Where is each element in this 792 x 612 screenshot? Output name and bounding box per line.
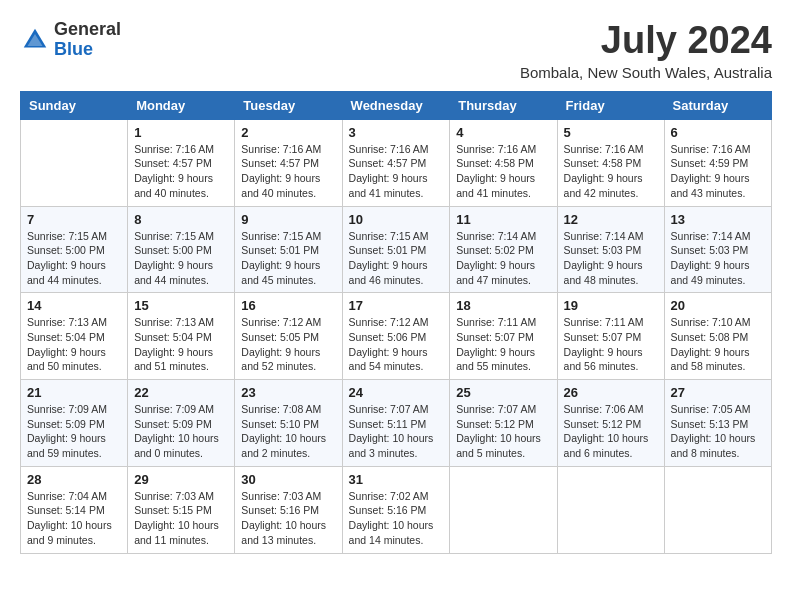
day-number: 10: [349, 212, 444, 227]
calendar-cell: 22Sunrise: 7:09 AMSunset: 5:09 PMDayligh…: [128, 380, 235, 467]
location: Bombala, New South Wales, Australia: [520, 64, 772, 81]
day-info: Sunrise: 7:15 AMSunset: 5:00 PMDaylight:…: [27, 229, 121, 288]
month-title: July 2024: [520, 20, 772, 62]
day-info: Sunrise: 7:05 AMSunset: 5:13 PMDaylight:…: [671, 402, 765, 461]
day-number: 14: [27, 298, 121, 313]
day-info: Sunrise: 7:12 AMSunset: 5:06 PMDaylight:…: [349, 315, 444, 374]
day-info: Sunrise: 7:15 AMSunset: 5:01 PMDaylight:…: [349, 229, 444, 288]
calendar-header-row: SundayMondayTuesdayWednesdayThursdayFrid…: [21, 91, 772, 119]
day-info: Sunrise: 7:07 AMSunset: 5:11 PMDaylight:…: [349, 402, 444, 461]
calendar-cell: 7Sunrise: 7:15 AMSunset: 5:00 PMDaylight…: [21, 206, 128, 293]
calendar-cell: 12Sunrise: 7:14 AMSunset: 5:03 PMDayligh…: [557, 206, 664, 293]
calendar-cell: 16Sunrise: 7:12 AMSunset: 5:05 PMDayligh…: [235, 293, 342, 380]
calendar-cell: 24Sunrise: 7:07 AMSunset: 5:11 PMDayligh…: [342, 380, 450, 467]
day-number: 11: [456, 212, 550, 227]
calendar-week-row: 1Sunrise: 7:16 AMSunset: 4:57 PMDaylight…: [21, 119, 772, 206]
calendar-cell: 8Sunrise: 7:15 AMSunset: 5:00 PMDaylight…: [128, 206, 235, 293]
day-info: Sunrise: 7:09 AMSunset: 5:09 PMDaylight:…: [134, 402, 228, 461]
day-info: Sunrise: 7:02 AMSunset: 5:16 PMDaylight:…: [349, 489, 444, 548]
day-number: 21: [27, 385, 121, 400]
day-number: 2: [241, 125, 335, 140]
day-number: 15: [134, 298, 228, 313]
day-info: Sunrise: 7:03 AMSunset: 5:15 PMDaylight:…: [134, 489, 228, 548]
day-number: 24: [349, 385, 444, 400]
day-number: 12: [564, 212, 658, 227]
calendar-week-row: 28Sunrise: 7:04 AMSunset: 5:14 PMDayligh…: [21, 466, 772, 553]
day-info: Sunrise: 7:15 AMSunset: 5:01 PMDaylight:…: [241, 229, 335, 288]
day-info: Sunrise: 7:14 AMSunset: 5:03 PMDaylight:…: [671, 229, 765, 288]
day-info: Sunrise: 7:13 AMSunset: 5:04 PMDaylight:…: [27, 315, 121, 374]
calendar-week-row: 21Sunrise: 7:09 AMSunset: 5:09 PMDayligh…: [21, 380, 772, 467]
logo-icon: [20, 25, 50, 55]
calendar-cell: 23Sunrise: 7:08 AMSunset: 5:10 PMDayligh…: [235, 380, 342, 467]
day-number: 27: [671, 385, 765, 400]
day-number: 31: [349, 472, 444, 487]
calendar-header-wednesday: Wednesday: [342, 91, 450, 119]
day-number: 6: [671, 125, 765, 140]
day-info: Sunrise: 7:11 AMSunset: 5:07 PMDaylight:…: [564, 315, 658, 374]
day-number: 19: [564, 298, 658, 313]
title-block: July 2024 Bombala, New South Wales, Aust…: [520, 20, 772, 81]
page-header: General Blue July 2024 Bombala, New Sout…: [20, 20, 772, 81]
day-number: 28: [27, 472, 121, 487]
calendar-cell: 27Sunrise: 7:05 AMSunset: 5:13 PMDayligh…: [664, 380, 771, 467]
day-number: 8: [134, 212, 228, 227]
calendar-cell: [21, 119, 128, 206]
day-info: Sunrise: 7:04 AMSunset: 5:14 PMDaylight:…: [27, 489, 121, 548]
day-number: 17: [349, 298, 444, 313]
calendar-cell: 31Sunrise: 7:02 AMSunset: 5:16 PMDayligh…: [342, 466, 450, 553]
calendar-cell: 6Sunrise: 7:16 AMSunset: 4:59 PMDaylight…: [664, 119, 771, 206]
logo: General Blue: [20, 20, 121, 60]
logo-general: General: [54, 19, 121, 39]
calendar-cell: 3Sunrise: 7:16 AMSunset: 4:57 PMDaylight…: [342, 119, 450, 206]
day-info: Sunrise: 7:16 AMSunset: 4:59 PMDaylight:…: [671, 142, 765, 201]
calendar-cell: [557, 466, 664, 553]
calendar-cell: 14Sunrise: 7:13 AMSunset: 5:04 PMDayligh…: [21, 293, 128, 380]
day-info: Sunrise: 7:09 AMSunset: 5:09 PMDaylight:…: [27, 402, 121, 461]
logo-text: General Blue: [54, 20, 121, 60]
day-info: Sunrise: 7:13 AMSunset: 5:04 PMDaylight:…: [134, 315, 228, 374]
day-info: Sunrise: 7:16 AMSunset: 4:57 PMDaylight:…: [241, 142, 335, 201]
calendar-cell: 9Sunrise: 7:15 AMSunset: 5:01 PMDaylight…: [235, 206, 342, 293]
calendar-cell: 1Sunrise: 7:16 AMSunset: 4:57 PMDaylight…: [128, 119, 235, 206]
day-info: Sunrise: 7:15 AMSunset: 5:00 PMDaylight:…: [134, 229, 228, 288]
calendar-header-monday: Monday: [128, 91, 235, 119]
calendar-cell: 2Sunrise: 7:16 AMSunset: 4:57 PMDaylight…: [235, 119, 342, 206]
day-number: 20: [671, 298, 765, 313]
calendar-header-friday: Friday: [557, 91, 664, 119]
day-info: Sunrise: 7:07 AMSunset: 5:12 PMDaylight:…: [456, 402, 550, 461]
day-info: Sunrise: 7:14 AMSunset: 5:03 PMDaylight:…: [564, 229, 658, 288]
day-number: 1: [134, 125, 228, 140]
calendar-cell: 19Sunrise: 7:11 AMSunset: 5:07 PMDayligh…: [557, 293, 664, 380]
day-info: Sunrise: 7:16 AMSunset: 4:58 PMDaylight:…: [456, 142, 550, 201]
calendar-header-saturday: Saturday: [664, 91, 771, 119]
day-number: 25: [456, 385, 550, 400]
calendar-header-sunday: Sunday: [21, 91, 128, 119]
calendar-week-row: 14Sunrise: 7:13 AMSunset: 5:04 PMDayligh…: [21, 293, 772, 380]
calendar-header-thursday: Thursday: [450, 91, 557, 119]
day-number: 26: [564, 385, 658, 400]
calendar-cell: 17Sunrise: 7:12 AMSunset: 5:06 PMDayligh…: [342, 293, 450, 380]
day-number: 5: [564, 125, 658, 140]
calendar-cell: 29Sunrise: 7:03 AMSunset: 5:15 PMDayligh…: [128, 466, 235, 553]
day-info: Sunrise: 7:14 AMSunset: 5:02 PMDaylight:…: [456, 229, 550, 288]
calendar-cell: 30Sunrise: 7:03 AMSunset: 5:16 PMDayligh…: [235, 466, 342, 553]
calendar-cell: 4Sunrise: 7:16 AMSunset: 4:58 PMDaylight…: [450, 119, 557, 206]
day-number: 7: [27, 212, 121, 227]
calendar-cell: 11Sunrise: 7:14 AMSunset: 5:02 PMDayligh…: [450, 206, 557, 293]
day-info: Sunrise: 7:16 AMSunset: 4:57 PMDaylight:…: [349, 142, 444, 201]
day-info: Sunrise: 7:10 AMSunset: 5:08 PMDaylight:…: [671, 315, 765, 374]
calendar-cell: 10Sunrise: 7:15 AMSunset: 5:01 PMDayligh…: [342, 206, 450, 293]
day-info: Sunrise: 7:03 AMSunset: 5:16 PMDaylight:…: [241, 489, 335, 548]
day-info: Sunrise: 7:11 AMSunset: 5:07 PMDaylight:…: [456, 315, 550, 374]
day-info: Sunrise: 7:16 AMSunset: 4:58 PMDaylight:…: [564, 142, 658, 201]
day-number: 29: [134, 472, 228, 487]
calendar-cell: 20Sunrise: 7:10 AMSunset: 5:08 PMDayligh…: [664, 293, 771, 380]
calendar-header-tuesday: Tuesday: [235, 91, 342, 119]
day-number: 13: [671, 212, 765, 227]
day-number: 30: [241, 472, 335, 487]
day-number: 22: [134, 385, 228, 400]
calendar-cell: [664, 466, 771, 553]
calendar-table: SundayMondayTuesdayWednesdayThursdayFrid…: [20, 91, 772, 554]
calendar-cell: 25Sunrise: 7:07 AMSunset: 5:12 PMDayligh…: [450, 380, 557, 467]
